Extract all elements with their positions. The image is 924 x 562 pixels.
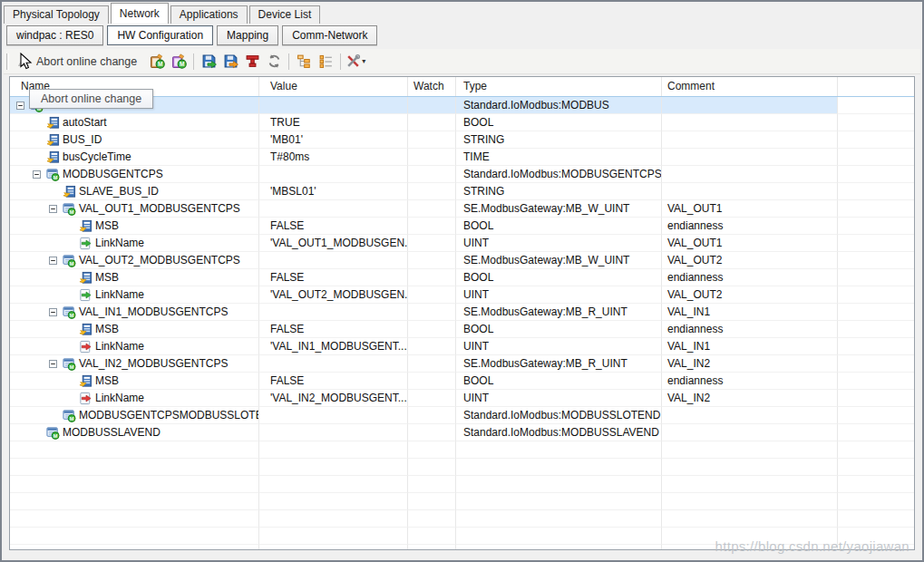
column-header-empty[interactable]	[838, 77, 914, 96]
table-row-slave-bus-id[interactable]: SLAVE_BUS_ID'MBSL01'STRING	[10, 183, 914, 200]
floppy-import-icon[interactable]	[220, 52, 240, 72]
param-icon	[79, 374, 92, 388]
value-cell[interactable]: T#80ms	[259, 149, 408, 166]
column-header-watch[interactable]: Watch	[408, 77, 456, 96]
value-cell[interactable]: 'VAL_IN1_MODBUSGENT...	[259, 338, 408, 355]
table-row-val-in2-modbusgentcps[interactable]: MVAL_IN2_MODBUSGENTCPSSE.ModbusGateway:M…	[10, 355, 914, 373]
subtab-comm-network[interactable]: Comm-Network	[282, 25, 377, 45]
tab-physical-topology[interactable]: Physical Topology	[4, 5, 109, 24]
table-row-buscycletime[interactable]: busCycleTimeT#80msTIME	[10, 149, 914, 166]
column-header-comment[interactable]: Comment	[662, 77, 838, 96]
table-row-linkname[interactable]: LinkName'VAL_IN2_MODBUSGENT...UINTVAL_IN…	[10, 390, 914, 407]
network-t-icon[interactable]	[242, 52, 262, 72]
watch-cell[interactable]	[408, 338, 456, 355]
trailing-cell	[838, 304, 914, 321]
collapse-expander-icon[interactable]	[49, 205, 57, 213]
table-row-modbusslavend[interactable]: MMODBUSSLAVENDStandard.IoModbus:MODBUSSL…	[10, 424, 914, 441]
book-m-purple-icon[interactable]: M	[169, 52, 189, 72]
collapse-expander-icon[interactable]	[49, 360, 57, 368]
value-cell[interactable]	[259, 407, 408, 424]
list-view-icon[interactable]	[316, 52, 336, 72]
watch-cell[interactable]	[408, 252, 456, 269]
refresh-icon[interactable]	[264, 52, 284, 72]
abort-online-change-label[interactable]: Abort online change	[36, 55, 137, 68]
watch-cell[interactable]	[408, 200, 456, 218]
subtab-mapping[interactable]: Mapping	[217, 25, 278, 45]
collapse-expander-icon[interactable]	[33, 170, 41, 179]
dropdown-caret-icon[interactable]: ▾	[362, 57, 365, 65]
tab-device-list[interactable]: Device List	[249, 5, 321, 24]
value-cell[interactable]	[259, 304, 408, 321]
value-cell[interactable]: 'VAL_IN2_MODBUSGENT...	[259, 390, 408, 407]
collapse-expander-icon[interactable]	[49, 257, 57, 265]
watch-cell[interactable]	[408, 407, 456, 424]
watch-cell[interactable]	[408, 97, 456, 114]
table-row-linkname[interactable]: LinkName'VAL_IN1_MODBUSGENT...UINTVAL_IN…	[10, 338, 914, 355]
csdn-watermark: https://blog.csdn.net/yaojiawan	[715, 538, 909, 554]
param-icon	[46, 116, 60, 130]
table-row-autostart[interactable]: autoStartTRUEBOOL	[10, 114, 914, 131]
tab-network[interactable]: Network	[111, 3, 169, 24]
empty-cell	[10, 476, 259, 493]
table-row-bus-id[interactable]: BUS_ID'MB01'STRING	[10, 131, 914, 149]
value-cell[interactable]: TRUE	[259, 114, 408, 131]
comment-cell	[662, 114, 838, 131]
watch-cell[interactable]	[408, 218, 456, 235]
value-cell[interactable]: 'MBSL01'	[259, 183, 408, 200]
subtab-windpac-res0[interactable]: windpac : RES0	[6, 25, 103, 45]
watch-cell[interactable]	[408, 183, 456, 200]
collapse-expander-icon[interactable]	[16, 102, 24, 110]
table-row-modbusgentcps[interactable]: MMODBUSGENTCPSStandard.IoModbus:MODBUSGE…	[10, 166, 914, 183]
value-cell[interactable]: 'VAL_OUT1_MODBUSGEN...	[259, 235, 408, 252]
table-row-msb[interactable]: MSBFALSEBOOLendianness	[10, 269, 914, 286]
row-name-label: MSB	[95, 269, 119, 286]
value-cell[interactable]	[259, 200, 408, 218]
tab-applications[interactable]: Applications	[170, 5, 248, 24]
column-header-type[interactable]: Type	[456, 77, 662, 96]
value-cell[interactable]: 'VAL_OUT2_MODBUSGEN...	[259, 286, 408, 304]
watch-cell[interactable]	[408, 286, 456, 304]
watch-cell[interactable]	[408, 355, 456, 373]
table-row-val-out1-modbusgentcps[interactable]: MVAL_OUT1_MODBUSGENTCPSSE.ModbusGateway:…	[10, 200, 914, 218]
value-cell[interactable]: FALSE	[259, 269, 408, 286]
value-cell[interactable]: FALSE	[259, 373, 408, 390]
tools-icon[interactable]: ▾	[345, 52, 365, 72]
value-cell[interactable]	[259, 355, 408, 373]
table-row-modbusgentcpsmodbusslotend[interactable]: MMODBUSGENTCPSMODBUSSLOTENDStandard.IoMo…	[10, 407, 914, 424]
subtab-hw-configuration[interactable]: HW Configuration	[107, 25, 213, 45]
value-cell[interactable]	[259, 252, 408, 269]
watch-cell[interactable]	[408, 373, 456, 390]
watch-cell[interactable]	[408, 390, 456, 407]
value-cell[interactable]	[259, 166, 408, 183]
value-cell[interactable]	[259, 97, 408, 114]
toolbar-grip[interactable]	[6, 53, 9, 70]
table-row-val-in1-modbusgentcps[interactable]: MVAL_IN1_MODBUSGENTCPSSE.ModbusGateway:M…	[10, 304, 914, 321]
table-row-msb[interactable]: MSBFALSEBOOLendianness	[10, 373, 914, 390]
value-cell[interactable]: FALSE	[259, 321, 408, 338]
watch-cell[interactable]	[408, 424, 456, 441]
watch-cell[interactable]	[408, 114, 456, 131]
table-row-msb[interactable]: MSBFALSEBOOLendianness	[10, 321, 914, 338]
name-cell: MMODBUSGENTCPSMODBUSSLOTEND	[10, 407, 259, 424]
value-cell[interactable]: 'MB01'	[259, 131, 408, 149]
book-m-orange-icon[interactable]: M	[147, 52, 167, 72]
floppy-export-icon[interactable]	[199, 52, 219, 72]
comment-cell	[662, 149, 838, 166]
tree-view-icon[interactable]	[294, 52, 314, 72]
watch-cell[interactable]	[408, 269, 456, 286]
value-cell[interactable]: FALSE	[259, 218, 408, 235]
watch-cell[interactable]	[408, 321, 456, 338]
collapse-expander-icon[interactable]	[49, 308, 57, 316]
column-header-value[interactable]: Value	[259, 77, 408, 96]
watch-cell[interactable]	[408, 166, 456, 183]
watch-cell[interactable]	[408, 149, 456, 166]
table-row-linkname[interactable]: LinkName'VAL_OUT2_MODBUSGEN...UINTVAL_OU…	[10, 286, 914, 304]
svg-text:M: M	[70, 260, 74, 266]
watch-cell[interactable]	[408, 304, 456, 321]
table-row-msb[interactable]: MSBFALSEBOOLendianness	[10, 218, 914, 235]
value-cell[interactable]	[259, 424, 408, 441]
watch-cell[interactable]	[408, 131, 456, 149]
table-row-linkname[interactable]: LinkName'VAL_OUT1_MODBUSGEN...UINTVAL_OU…	[10, 235, 914, 252]
table-row-val-out2-modbusgentcps[interactable]: MVAL_OUT2_MODBUSGENTCPSSE.ModbusGateway:…	[10, 252, 914, 269]
watch-cell[interactable]	[408, 235, 456, 252]
